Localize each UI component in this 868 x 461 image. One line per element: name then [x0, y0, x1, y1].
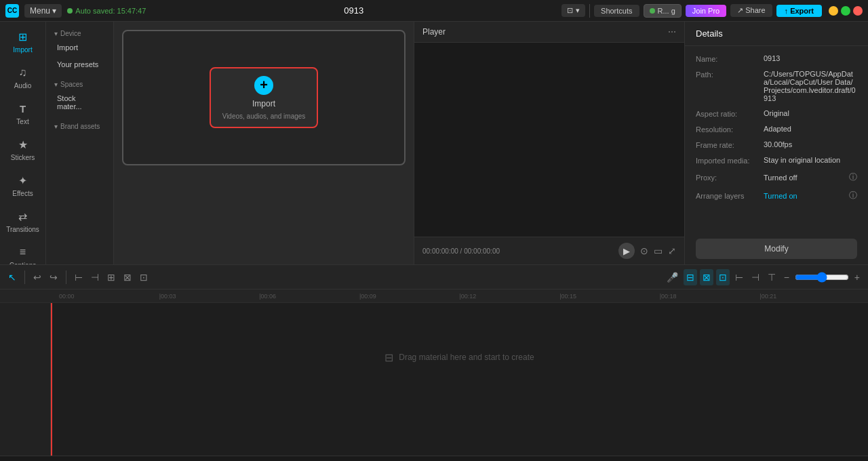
window-maximize[interactable] — [841, 6, 850, 16]
fullscreen-icon[interactable]: ⤢ — [668, 245, 676, 256]
play-button[interactable]: ▶ — [618, 243, 635, 259]
ring-button[interactable]: R... g — [644, 4, 682, 18]
detail-aspect-ratio-label: Aspect ratio: — [696, 109, 764, 118]
timeline-ruler: 00:00 |00:03 |00:06 |00:09 |00:12 |00:15… — [0, 289, 868, 303]
export-button[interactable]: ↑ Export — [776, 5, 822, 17]
details-panel: Details Name: 0913 Path: C:/Users/TOPGUS… — [685, 22, 868, 264]
project-title: 0913 — [151, 5, 556, 16]
tab-captions[interactable]: ≡ Captions — [0, 240, 45, 264]
sidebar-section-spaces[interactable]: ▾ Spaces — [46, 78, 113, 89]
detail-frame-rate-value: 30.00fps — [764, 140, 857, 148]
detail-proxy-value: Turned off — [764, 174, 849, 182]
zoom-slider[interactable] — [795, 272, 849, 283]
timeline-toolbar: ↖ ↩ ↪ ⊢ ⊣ ⊞ ⊠ ⊡ 🎤 ⊟ ⊠ ⊡ ⊢ ⊣ ⊤ − + — [0, 265, 868, 289]
detail-path-value: C:/Users/TOPGUS/AppData/Local/CapCut/Use… — [764, 70, 857, 102]
select-tool-button[interactable]: ↖ — [5, 269, 19, 285]
player-menu-icon[interactable]: ⋯ — [668, 27, 676, 37]
modify-button[interactable]: Modify — [696, 239, 857, 259]
audio-icon: ♫ — [16, 66, 30, 79]
timeline-scrollbar[interactable] — [0, 456, 868, 461]
sidebar-section-brand[interactable]: ▾ Brand assets — [46, 120, 113, 132]
tab-import[interactable]: ⊞ Import — [0, 24, 45, 59]
player-title: Player — [422, 27, 446, 37]
arrange-layers-info-icon[interactable]: ⓘ — [849, 190, 857, 201]
window-close[interactable] — [853, 6, 863, 16]
delete-button[interactable]: ⊠ — [121, 269, 134, 285]
menu-button[interactable]: Menu ▾ — [24, 4, 62, 18]
tab-import-label: Import — [13, 46, 32, 54]
mic-button[interactable]: 🎤 — [664, 269, 681, 285]
player-header: Player ⋯ — [414, 22, 684, 43]
undo-button[interactable]: ↩ — [31, 269, 44, 285]
stickers-icon: ★ — [16, 138, 30, 151]
main-area: ⊞ Import ♫ Audio T Text ★ Stickers ✦ Eff… — [0, 22, 868, 264]
import-icon: ⊞ — [16, 30, 30, 43]
aspect-ratio-icon[interactable]: ▭ — [654, 245, 663, 256]
snap-button[interactable]: ⊣ — [749, 269, 762, 285]
sidebar-item-your-presets[interactable]: Your presets — [49, 56, 111, 73]
sidebar-item-stock[interactable]: Stock mater... — [49, 90, 111, 115]
detail-resolution-label: Resolution: — [696, 125, 764, 134]
topbar-right: ⊡ ▾ Shortcuts R... g Join Pro ↗ Share ↑ … — [561, 4, 863, 18]
ruler-mark-6: |00:06 — [259, 293, 359, 300]
player-icons: ⊙ ▭ ⤢ — [640, 245, 676, 256]
autosave-indicator: Auto saved: 15:47:47 — [67, 7, 146, 15]
attach-button[interactable]: ⊟ — [684, 269, 697, 285]
detail-frame-rate-label: Frame rate: — [696, 140, 764, 149]
tab-transitions[interactable]: ⇄ Transitions — [0, 204, 45, 239]
topbar: CC Menu ▾ Auto saved: 15:47:47 0913 ⊡ ▾ … — [0, 0, 868, 22]
proxy-info-icon[interactable]: ⓘ — [849, 172, 857, 183]
split-button[interactable]: ⊢ — [72, 269, 85, 285]
player-panel: Player ⋯ 00:00:00:00 / 00:00:00:00 ▶ ⊙ ▭… — [414, 22, 685, 264]
screenshot-icon[interactable]: ⊙ — [640, 245, 648, 256]
sidebar-spaces-label: Spaces — [60, 81, 83, 88]
share-label: Share — [745, 6, 765, 14]
plus-button[interactable]: + — [852, 269, 863, 285]
detail-aspect-ratio-value: Original — [764, 109, 857, 117]
monitor-button[interactable]: ⊡ ▾ — [561, 4, 585, 17]
toolbar-tabs: ⊞ Import ♫ Audio T Text ★ Stickers ✦ Eff… — [0, 22, 46, 264]
ruler-mark-15: |00:15 — [559, 293, 660, 300]
sidebar-item-import[interactable]: Import — [49, 39, 111, 56]
ruler-mark-9: |00:09 — [359, 293, 460, 300]
ruler-mark-21: |00:21 — [760, 293, 860, 300]
crop-button[interactable]: ⊞ — [104, 269, 118, 285]
player-screen — [414, 43, 684, 237]
import-button[interactable]: + Import Videos, audios, and images — [210, 67, 318, 128]
link-button[interactable]: ⊠ — [700, 269, 713, 285]
tab-audio[interactable]: ♫ Audio — [0, 60, 45, 95]
window-minimize[interactable] — [829, 6, 838, 16]
more-tools-button[interactable]: ⊡ — [137, 269, 151, 285]
detail-proxy: Proxy: Turned off ⓘ — [696, 172, 857, 183]
tab-stickers[interactable]: ★ Stickers — [0, 132, 45, 167]
unlink-button[interactable]: ⊡ — [716, 269, 730, 285]
trim-button[interactable]: ⊣ — [88, 269, 102, 285]
tab-text[interactable]: T Text — [0, 96, 45, 131]
toolbar-separator-1 — [24, 270, 25, 284]
detail-name: Name: 0913 — [696, 54, 857, 63]
detail-frame-rate: Frame rate: 30.00fps — [696, 140, 857, 149]
sidebar-section-device[interactable]: ▾ Device — [46, 27, 113, 39]
center-button[interactable]: ⊢ — [732, 269, 746, 285]
detail-imported-media-label: Imported media: — [696, 156, 764, 165]
share-button[interactable]: ↗ Share — [730, 4, 772, 17]
monitor-icon: ⊡ — [567, 6, 573, 15]
topbar-separator — [589, 4, 590, 18]
logo-icon: CC — [5, 4, 19, 18]
join-pro-button[interactable]: Join Pro — [686, 5, 726, 17]
drag-hint-area: ⊟ Drag material here and start to create — [51, 330, 868, 384]
playhead — [51, 303, 52, 456]
details-body: Name: 0913 Path: C:/Users/TOPGUS/AppData… — [685, 46, 868, 233]
tab-effects[interactable]: ✦ Effects — [0, 168, 45, 203]
monitor-dropdown-icon: ▾ — [576, 6, 580, 15]
detail-path: Path: C:/Users/TOPGUS/AppData/Local/CapC… — [696, 70, 857, 102]
tab-text-label: Text — [16, 118, 28, 125]
minus-button[interactable]: − — [781, 269, 792, 285]
detail-proxy-label: Proxy: — [696, 173, 764, 182]
text-icon: T — [16, 102, 30, 115]
player-time-display: 00:00:00:00 / 00:00:00:00 — [422, 247, 613, 255]
redo-button[interactable]: ↪ — [47, 269, 60, 285]
mute-button[interactable]: ⊤ — [765, 269, 778, 285]
export-label: Export — [790, 7, 814, 15]
shortcuts-button[interactable]: Shortcuts — [594, 5, 639, 17]
